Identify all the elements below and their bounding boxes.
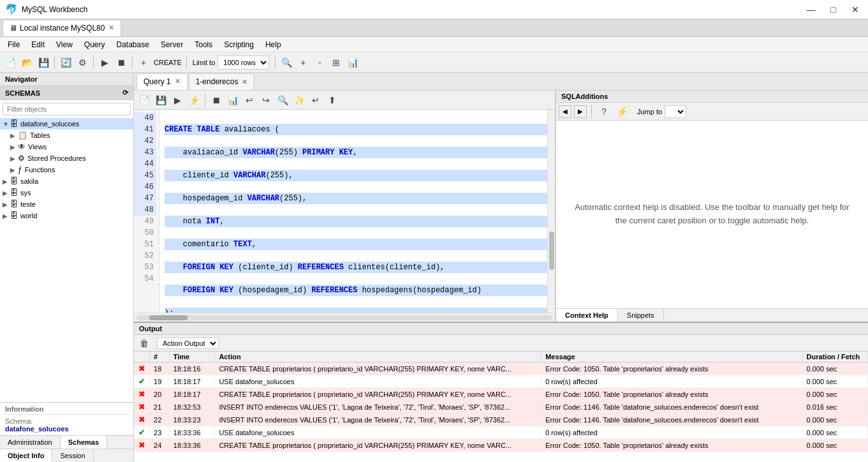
menu-view[interactable]: View bbox=[51, 39, 78, 50]
vertical-scrollbar[interactable] bbox=[547, 110, 555, 313]
schema-label: Schema: bbox=[5, 417, 33, 425]
code-line: FOREIGN KEY (cliente_id) REFERENCES clie… bbox=[165, 262, 550, 273]
table-cell: 0 row(s) affected bbox=[541, 375, 802, 388]
menu-query[interactable]: Query bbox=[79, 39, 110, 50]
tree-item-datafone[interactable]: ▼ 🗄 datafone_solucoes bbox=[0, 118, 133, 130]
new-query-button[interactable]: 📄 bbox=[3, 55, 18, 70]
menu-database[interactable]: Database bbox=[112, 39, 154, 50]
context-help-tab[interactable]: Context Help bbox=[556, 309, 618, 322]
layout-button[interactable]: 📊 bbox=[345, 55, 360, 70]
arrow-icon: ▶ bbox=[3, 212, 10, 220]
enderecos-tab[interactable]: 1-enderecos ✕ bbox=[189, 73, 255, 90]
tree-item-sakila[interactable]: ▶ 🗄 sakila bbox=[0, 175, 133, 187]
jump-to: Jump to bbox=[637, 105, 686, 118]
menu-edit[interactable]: Edit bbox=[26, 39, 50, 50]
table-cell: 0.000 sec bbox=[802, 362, 867, 375]
new-tab-button[interactable]: 📄 bbox=[136, 93, 152, 108]
tree-item-tables[interactable]: ▶ 📋 Tables bbox=[0, 130, 133, 141]
search-editor-button[interactable]: 🔍 bbox=[275, 93, 290, 108]
arrow-icon: ▶ bbox=[10, 167, 18, 174]
redo-button[interactable]: ↪ bbox=[258, 93, 274, 108]
export-button[interactable]: ⬆ bbox=[325, 93, 340, 108]
menu-scripting[interactable]: Scripting bbox=[219, 39, 259, 50]
arrow-icon: ▶ bbox=[3, 178, 10, 185]
clear-output-button[interactable]: 🗑 bbox=[136, 336, 152, 351]
jump-to-select[interactable] bbox=[665, 105, 686, 118]
save-sql-button[interactable]: 💾 bbox=[153, 93, 168, 108]
stop-button[interactable]: ⏹ bbox=[114, 55, 129, 70]
tree-item-world[interactable]: ▶ 🗄 world bbox=[0, 210, 133, 221]
save-button[interactable]: 💾 bbox=[36, 55, 51, 70]
run-current-button[interactable]: ⚡ bbox=[186, 93, 202, 108]
table-cell: Error Code: 1050. Table 'proprietarios' … bbox=[541, 388, 802, 401]
help-button[interactable]: ? bbox=[596, 104, 612, 119]
search-button[interactable]: 🔍 bbox=[279, 55, 294, 70]
instance-tab[interactable]: 🖥 Local instance MySQL80 ✕ bbox=[3, 20, 121, 36]
admin-tab[interactable]: Administration bbox=[0, 436, 61, 449]
object-info-tab[interactable]: Object Info bbox=[0, 449, 52, 462]
forward-button[interactable]: ▶ bbox=[574, 105, 587, 118]
scroll-thumb[interactable] bbox=[549, 232, 554, 270]
output-type-select[interactable]: Action Output bbox=[157, 338, 219, 349]
run-button[interactable]: ▶ bbox=[170, 93, 185, 108]
sql-editor: 📄 💾 ▶ ⚡ ⏹ 📊 ↩ ↪ 🔍 ✨ ↵ ⬆ bbox=[134, 91, 555, 322]
zoom-out-button[interactable]: - bbox=[312, 55, 327, 70]
table-cell: Error Code: 1146. Table 'datafone_soluco… bbox=[541, 401, 802, 414]
table-cell: 0.000 sec bbox=[802, 388, 867, 401]
tree-item-stored-procedures[interactable]: ▶ ⚙ Stored Procedures bbox=[0, 153, 133, 164]
stop-exec-button[interactable]: ⏹ bbox=[209, 93, 224, 108]
tree-item-functions[interactable]: ▶ ƒ Functions bbox=[0, 164, 133, 175]
result-table: # Time Action Message Duration / Fetch ✖… bbox=[134, 352, 868, 452]
scroll-thumb-h[interactable] bbox=[149, 315, 188, 320]
back-button[interactable]: ◀ bbox=[559, 105, 571, 118]
separator-3 bbox=[132, 56, 133, 69]
create-label: CREATE bbox=[154, 59, 182, 66]
context-help-text: Automatic context help is disabled. Use … bbox=[569, 201, 855, 228]
refresh-button[interactable]: 🔄 bbox=[58, 55, 73, 70]
titlebar-left: 🐬 MySQL Workbench bbox=[5, 3, 87, 15]
execute-button[interactable]: ▶ bbox=[97, 55, 112, 70]
table-cell: 18:33:36 bbox=[169, 426, 215, 439]
tree-item-views[interactable]: ▶ 👁 Views bbox=[0, 141, 133, 153]
tree-item-sys[interactable]: ▶ 🗄 sys bbox=[0, 187, 133, 198]
horizontal-scrollbar[interactable] bbox=[134, 313, 555, 322]
zoom-in-button[interactable]: + bbox=[295, 55, 311, 70]
menu-file[interactable]: File bbox=[3, 39, 25, 50]
code-editor[interactable]: CREATE TABLE avaliacoes ( avaliacao_id V… bbox=[159, 110, 555, 313]
sql-additions-tabs: Context Help Snippets bbox=[556, 308, 868, 322]
explain-button[interactable]: 📊 bbox=[225, 93, 240, 108]
minimize-button[interactable]: ― bbox=[803, 3, 820, 16]
settings-button[interactable]: ⚙ bbox=[75, 55, 90, 70]
search-input[interactable] bbox=[3, 103, 131, 116]
table-cell: 23 bbox=[150, 426, 170, 439]
maximize-button[interactable]: □ bbox=[827, 3, 840, 16]
refresh-schemas-icon[interactable]: ⟳ bbox=[122, 89, 128, 97]
col-status bbox=[134, 352, 150, 362]
grid-button[interactable]: ⊞ bbox=[328, 55, 344, 70]
undo-button[interactable]: ↩ bbox=[242, 93, 257, 108]
help-auto-button[interactable]: ⚡ bbox=[614, 104, 629, 119]
create-button[interactable]: + bbox=[136, 55, 151, 70]
query1-tab[interactable]: Query 1 ✕ bbox=[136, 73, 188, 90]
error-icon: ✖ bbox=[138, 364, 145, 373]
menu-help[interactable]: Help bbox=[260, 39, 286, 50]
menu-server[interactable]: Server bbox=[156, 39, 188, 50]
navigator-header: Navigator bbox=[0, 73, 133, 86]
query1-close-icon[interactable]: ✕ bbox=[175, 77, 180, 86]
wrap-button[interactable]: ↵ bbox=[308, 93, 323, 108]
line-number: 53 bbox=[134, 262, 156, 273]
enderecos-close-icon[interactable]: ✕ bbox=[242, 78, 247, 86]
auto-complete-button[interactable]: ✨ bbox=[291, 93, 307, 108]
instance-close-icon[interactable]: ✕ bbox=[108, 24, 114, 32]
tree-item-teste[interactable]: ▶ 🗄 teste bbox=[0, 198, 133, 210]
status-icon: ✔ bbox=[134, 375, 150, 388]
session-tab[interactable]: Session bbox=[52, 449, 93, 462]
schemas-tab[interactable]: Schemas bbox=[61, 436, 107, 449]
menu-tools[interactable]: Tools bbox=[189, 39, 217, 50]
limit-select[interactable]: 1000 rows 500 rows 100 rows bbox=[217, 56, 269, 70]
snippets-tab[interactable]: Snippets bbox=[618, 309, 664, 322]
db-icon: 🗄 bbox=[10, 211, 18, 220]
open-button[interactable]: 📂 bbox=[19, 55, 34, 70]
close-button[interactable]: ✕ bbox=[848, 3, 863, 16]
table-row: ✖2218:33:23INSERT INTO enderecos VALUES … bbox=[134, 414, 868, 426]
